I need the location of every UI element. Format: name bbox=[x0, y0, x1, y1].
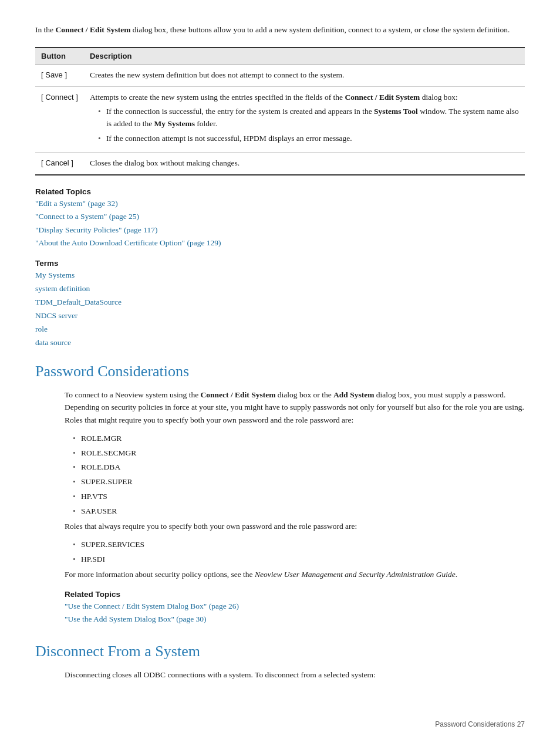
list-item: ROLE.SECMGR bbox=[73, 447, 525, 460]
list-item: SAP.USER bbox=[73, 505, 525, 518]
connect-bullets: If the connection is successful, the ent… bbox=[98, 106, 519, 145]
term-link[interactable]: system definition bbox=[35, 282, 525, 296]
term-link[interactable]: role bbox=[35, 323, 525, 336]
button-cancel-label: [ Cancel ] bbox=[35, 153, 84, 175]
related-topics-label-1: Related Topics bbox=[35, 187, 525, 196]
list-item: If the connection is successful, the ent… bbox=[98, 106, 519, 130]
connect-desc-mid: dialog box: bbox=[420, 93, 458, 102]
list-item: ROLE.DBA bbox=[73, 461, 525, 474]
disconnect-content: Disconnecting closes all ODBC connection… bbox=[65, 669, 525, 681]
related-link[interactable]: "Display Security Policies" (page 117) bbox=[35, 224, 525, 237]
table-header-row: Button Description bbox=[35, 48, 525, 65]
related-link[interactable]: "Connect to a System" (page 25) bbox=[35, 210, 525, 223]
password-para-3: For more information about security poli… bbox=[65, 568, 525, 581]
button-connect-label: [ Connect ] bbox=[35, 86, 84, 153]
col-header-description: Description bbox=[84, 48, 525, 65]
term-link[interactable]: NDCS server bbox=[35, 309, 525, 323]
intro-dialog-name: Connect / Edit System bbox=[56, 25, 131, 34]
table-row: [ Connect ] Attempts to create the new s… bbox=[35, 86, 525, 153]
password-considerations-heading: Password Considerations bbox=[35, 363, 525, 380]
password-para-2: Roles that always require you to specify… bbox=[65, 520, 525, 533]
button-connect-description: Attempts to create the new system using … bbox=[84, 86, 525, 153]
disconnect-from-system-heading: Disconnect From a System bbox=[35, 643, 525, 660]
button-save-description: Creates the new system definition but do… bbox=[84, 64, 525, 86]
buttons-table: Button Description [ Save ] Creates the … bbox=[35, 47, 525, 176]
related-topics-label-2: Related Topics bbox=[65, 590, 525, 599]
disconnect-para-1: Disconnecting closes all ODBC connection… bbox=[65, 669, 525, 681]
button-cancel-description: Closes the dialog box without making cha… bbox=[84, 153, 525, 175]
related-link[interactable]: "Use the Add System Dialog Box" (page 30… bbox=[65, 613, 525, 626]
password-para-1: To connect to a Neoview system using the… bbox=[65, 389, 525, 427]
list-item: HP.SDI bbox=[73, 553, 525, 566]
term-link[interactable]: TDM_Default_DataSource bbox=[35, 296, 525, 309]
connect-desc-bold: Connect / Edit System bbox=[345, 93, 420, 102]
related-topics-section-2: Related Topics "Use the Connect / Edit S… bbox=[65, 590, 525, 626]
list-item: If the connection attempt is not success… bbox=[98, 133, 519, 145]
term-link[interactable]: data source bbox=[35, 336, 525, 350]
terms-section: Terms My Systems system definition TDM_D… bbox=[35, 259, 525, 350]
term-link[interactable]: My Systems bbox=[35, 269, 525, 282]
list-item: SUPER.SERVICES bbox=[73, 539, 525, 551]
related-link[interactable]: "Use the Connect / Edit System Dialog Bo… bbox=[65, 600, 525, 613]
intro-text-before: In the bbox=[35, 25, 56, 34]
list-item: SUPER.SUPER bbox=[73, 476, 525, 488]
list-item: ROLE.MGR bbox=[73, 433, 525, 445]
table-row: [ Save ] Creates the new system definiti… bbox=[35, 64, 525, 86]
password-bullets-1: ROLE.MGR ROLE.SECMGR ROLE.DBA SUPER.SUPE… bbox=[73, 433, 525, 518]
related-topics-section-1: Related Topics "Edit a System" (page 32)… bbox=[35, 187, 525, 249]
footer-page-info: Password Considerations 27 bbox=[435, 720, 525, 728]
intro-text-after: dialog box, these buttons allow you to a… bbox=[130, 25, 510, 34]
button-save-label: [ Save ] bbox=[35, 64, 84, 86]
intro-paragraph: In the Connect / Edit System dialog box,… bbox=[35, 23, 525, 36]
connect-desc-before: Attempts to create the new system using … bbox=[90, 93, 345, 102]
table-row: [ Cancel ] Closes the dialog box without… bbox=[35, 153, 525, 175]
related-link[interactable]: "About the Auto Download Certificate Opt… bbox=[35, 237, 525, 249]
related-link[interactable]: "Edit a System" (page 32) bbox=[35, 197, 525, 210]
terms-label: Terms bbox=[35, 259, 525, 268]
password-considerations-content: To connect to a Neoview system using the… bbox=[65, 389, 525, 626]
password-bullets-2: SUPER.SERVICES HP.SDI bbox=[73, 539, 525, 566]
col-header-button: Button bbox=[35, 48, 84, 65]
list-item: HP.VTS bbox=[73, 491, 525, 503]
